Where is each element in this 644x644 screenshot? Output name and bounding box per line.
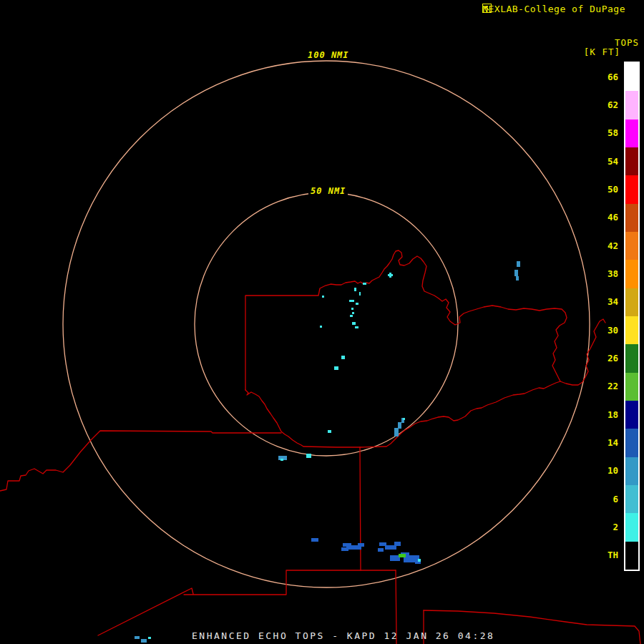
echo-cell: [358, 543, 364, 547]
colorbar-band-26: [625, 344, 638, 372]
echo-cell: [398, 422, 401, 429]
echo-cell: [394, 542, 401, 546]
colorbar-label-46: 46: [590, 213, 618, 222]
colorbar-label-50: 50: [590, 185, 618, 194]
echo-cell: [148, 637, 151, 639]
colorbar-label-62: 62: [590, 101, 618, 109]
colorbar-band-62: [625, 91, 638, 119]
colorbar-label-18: 18: [590, 411, 618, 419]
echo-cell: [355, 326, 358, 328]
colorbar-band-30: [625, 316, 638, 344]
range-rings: [63, 61, 590, 587]
echo-cell: [350, 315, 353, 317]
colorbar-label-30: 30: [590, 326, 618, 335]
colorbar-label-22: 22: [590, 382, 618, 391]
echo-cell: [135, 636, 140, 639]
echo-cell: [306, 454, 311, 458]
radar-display: 100 NMI 50 NMI NEXLAB-College of DuPage …: [0, 0, 644, 644]
echo-cell: [328, 430, 331, 433]
colorbar-band-22: [625, 373, 638, 401]
echo-cell: [356, 303, 358, 305]
colorbar-label-26: 26: [590, 354, 618, 363]
colorbar-label-54: 54: [590, 157, 618, 166]
external-link-icon: [629, 4, 638, 14]
echo-cell: [341, 356, 345, 359]
echo-cell: [378, 548, 384, 552]
colorbar-band-10: [625, 457, 638, 485]
colorbar-label-TH: TH: [590, 551, 618, 560]
echo-cell: [517, 261, 520, 267]
colorbar-band-6: [625, 485, 638, 513]
colorbar-band-2: [625, 513, 638, 541]
colorbar-label-6: 6: [590, 495, 618, 504]
echo-cell: [516, 276, 519, 280]
product-caption: ENHANCED ECHO TOPS - KAPD 12 JAN 26 04:2…: [192, 630, 494, 641]
colorbar-band-42: [625, 232, 638, 260]
attribution-link[interactable]: NEXLAB-College of DuPage: [482, 4, 638, 14]
colorbar-band-46: [625, 204, 638, 232]
echo-cell: [341, 547, 348, 551]
echo-tops-colorbar: [624, 62, 640, 571]
echo-cell: [418, 559, 421, 562]
echo-cell: [280, 459, 283, 461]
echo-cell: [388, 274, 393, 276]
ring-label-50nmi: 50 NMI: [308, 186, 348, 196]
colorbar-band-TH: [625, 542, 638, 570]
radar-map-canvas: [0, 0, 644, 644]
colorbar-band-34: [625, 288, 638, 316]
colorbar-label-38: 38: [590, 270, 618, 278]
colorbar-band-50: [625, 175, 638, 203]
echo-cell: [322, 296, 324, 298]
county-boundaries: [0, 250, 640, 644]
echo-cell: [141, 639, 147, 643]
echo-cell: [403, 418, 405, 420]
echo-cell: [351, 308, 353, 310]
range-ring-100nmi: [63, 61, 590, 587]
echo-cell: [349, 300, 354, 302]
colorbar-band-18: [625, 401, 638, 429]
colorbar-label-14: 14: [590, 439, 618, 447]
colorbar-band-14: [625, 429, 638, 457]
colorbar-label-2: 2: [590, 523, 618, 532]
echo-cell: [514, 270, 518, 276]
boundary-bottom-box: [98, 570, 396, 635]
echo-cell: [320, 326, 322, 328]
colorbar-label-66: 66: [590, 73, 618, 82]
echo-cell: [352, 312, 354, 314]
ring-label-100nmi: 100 NMI: [306, 50, 351, 60]
attribution-text: NEXLAB-College of DuPage: [482, 4, 625, 14]
echo-cell: [394, 428, 399, 436]
colorbar-label-42: 42: [590, 242, 618, 250]
boundary-county-south: [245, 381, 560, 447]
echo-cell: [311, 538, 318, 542]
boundary-west-line: [0, 431, 281, 491]
range-ring-50nmi: [195, 192, 458, 456]
legend-units: [K FT]: [584, 47, 620, 57]
echo-cell: [399, 554, 406, 557]
echo-cell: [354, 288, 356, 291]
radar-echoes: [135, 261, 520, 643]
colorbar-label-34: 34: [590, 298, 618, 306]
boundary-county-north-river: [245, 250, 605, 390]
colorbar-band-38: [625, 260, 638, 288]
colorbar-label-10: 10: [590, 467, 618, 475]
echo-cell: [363, 283, 366, 285]
colorbar-label-58: 58: [590, 129, 618, 137]
boundary-south-vertical: [360, 447, 361, 570]
echo-cell: [359, 292, 361, 296]
echo-cell: [334, 366, 338, 370]
colorbar-band-58: [625, 119, 638, 147]
echo-cell: [390, 555, 400, 561]
colorbar-band-54: [625, 147, 638, 175]
colorbar-band-66: [625, 63, 638, 91]
echo-cell: [352, 322, 356, 325]
